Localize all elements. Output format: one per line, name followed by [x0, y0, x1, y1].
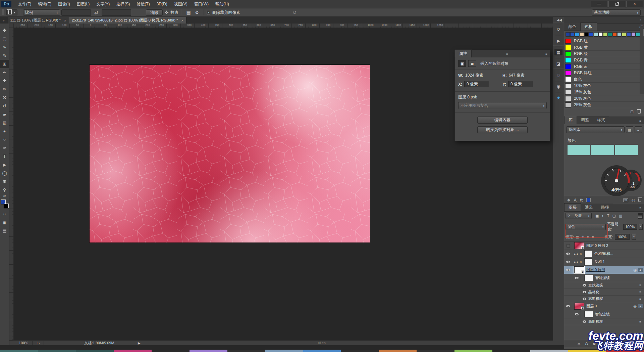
layer-filter-type-select[interactable]: ⚲ 类型 ▲▼ — [566, 213, 592, 219]
smart-filter-name[interactable]: 晶格化 — [588, 290, 599, 295]
crop-ratio-select[interactable]: 比例 ▲▼ — [23, 9, 60, 16]
swatch[interactable] — [584, 32, 589, 37]
smart-filter-icon[interactable]: ◎ — [633, 268, 637, 272]
document-tab[interactable]: 111 @ 193% (图层 1, RGB/8) *× — [8, 17, 69, 24]
menu-item[interactable]: 文件(F) — [15, 0, 35, 8]
layer-row[interactable]: ▣图层 0◎▲ — [564, 302, 644, 310]
filter-options-icon[interactable]: ≡ — [639, 320, 644, 323]
crop-tool[interactable]: ⊞ — [0, 60, 9, 68]
smart-filter-icon[interactable]: ◎ — [633, 304, 637, 308]
layer-thumbnail[interactable]: ▣ — [574, 266, 584, 273]
info-panel-icon-item[interactable]: ◪ — [553, 57, 564, 68]
menu-item[interactable]: 帮助(H) — [212, 0, 232, 8]
history-panel-icon[interactable]: ↺ — [554, 26, 562, 33]
horizontal-ruler[interactable]: 2502001501005005010015020025030035040045… — [14, 24, 553, 28]
smart-filter-mask-thumbnail[interactable] — [584, 311, 593, 317]
clear-button[interactable]: 清除 — [146, 9, 163, 16]
list-view-button[interactable]: ≡ — [635, 126, 642, 133]
crop-overlay-grid-icon[interactable]: ▦ — [184, 10, 193, 15]
tab-properties[interactable]: 属性 — [455, 49, 472, 57]
visibility-toggle[interactable] — [573, 274, 581, 282]
favorites-panel-icon-item[interactable]: ★ — [553, 91, 564, 102]
3d-panel-icon-item[interactable]: ◇ — [553, 68, 564, 80]
delete-cropped-pixels-checkbox[interactable]: ✓ — [207, 11, 210, 14]
layer-row[interactable]: ▣图层 0 拷贝 2 — [564, 242, 644, 250]
eraser-tool[interactable]: ▰ — [0, 110, 9, 119]
adjustment-mask-thumbnail[interactable] — [584, 250, 592, 257]
panel-menu-icon[interactable]: ≡ — [545, 52, 550, 57]
layer-filter-icon[interactable]: ▣ — [595, 214, 599, 218]
swatch-list-item[interactable]: RGB 绿 — [564, 51, 644, 57]
smart-filter-mask-thumbnail[interactable] — [584, 275, 593, 281]
swatch[interactable] — [617, 32, 622, 37]
layer-comp-select[interactable]: 不应用图层复合 ▲▼ — [458, 102, 547, 109]
zoom-tool[interactable]: ⚲ — [0, 186, 9, 194]
swap-dimensions-icon[interactable]: ⇄ — [92, 10, 100, 15]
swatch-scrollbar[interactable]: ▲ — [640, 24, 644, 94]
layer-name[interactable]: 智能滤镜 — [595, 275, 610, 280]
group-collapse-icon[interactable]: » — [640, 18, 641, 21]
tab-调整[interactable]: 调整 — [577, 116, 593, 124]
swatch[interactable] — [575, 32, 579, 37]
swatch[interactable] — [608, 32, 612, 37]
quick-selection-tool[interactable]: ✎ — [0, 51, 9, 60]
history-brush-tool[interactable]: ↺ — [0, 102, 9, 110]
dodge-tool[interactable]: ○ — [0, 135, 9, 144]
tab-通道[interactable]: 通道 — [581, 204, 597, 211]
background-color-well[interactable] — [4, 204, 9, 208]
visibility-toggle[interactable] — [580, 318, 588, 325]
options-grip[interactable] — [2, 9, 4, 15]
visibility-toggle[interactable] — [564, 302, 572, 310]
marquee-tool[interactable]: ▢ — [0, 35, 9, 43]
tab-库[interactable]: 库 — [564, 116, 577, 124]
visibility-toggle[interactable] — [573, 310, 581, 318]
menu-item[interactable]: 文字(Y) — [93, 0, 113, 8]
move-tool[interactable]: ✥ — [0, 26, 9, 35]
properties-panel-icon[interactable]: ▦ — [554, 49, 562, 55]
extras-icon[interactable]: ▤ — [0, 226, 9, 235]
workspace-select[interactable]: 基本功能 ▲▼ — [592, 9, 641, 16]
current-tool-button[interactable]: ▼ — [6, 9, 17, 15]
layer-name[interactable]: 图层 0 拷贝 — [586, 267, 605, 272]
library-swatch[interactable] — [591, 145, 614, 155]
tab-颜色[interactable]: 颜色 — [564, 23, 580, 31]
ruler-corner[interactable] — [9, 24, 14, 28]
panel-collapse-icon[interactable]: » — [506, 52, 511, 57]
delete-cropped-pixels-label[interactable]: 删除裁剪的像素 — [212, 10, 240, 15]
swatch-list-item[interactable]: 白色 — [564, 76, 644, 83]
layer-filter-icon[interactable]: ▢ — [612, 214, 616, 218]
screen-mode-icon[interactable]: ▣ — [0, 218, 9, 226]
quick-export-icon[interactable]: ↦ — [33, 341, 44, 345]
menu-item[interactable]: 滤镜(T) — [133, 0, 153, 8]
menu-item[interactable]: 3D(D) — [153, 0, 171, 8]
document-tab-active[interactable]: 2531170_140729406616_2.jpg @ 100% (图层 0 … — [69, 17, 186, 24]
visibility-toggle[interactable] — [564, 242, 572, 250]
expand-filters-icon[interactable]: ▲ — [638, 304, 643, 308]
layer-filter-icon[interactable]: ▥ — [619, 214, 622, 218]
expand-filters-icon[interactable]: ▲ — [638, 268, 643, 272]
crop-width-input[interactable] — [61, 9, 91, 16]
favorites-panel-icon[interactable]: ★ — [554, 94, 562, 101]
panel-menu-icon[interactable]: ≡ — [639, 206, 644, 211]
clone-stamp-tool[interactable]: ⚒ — [0, 93, 9, 102]
crop-settings-gear-icon[interactable]: ⚙ — [193, 10, 201, 15]
menu-item[interactable]: 选择(S) — [113, 0, 133, 8]
layer-row[interactable]: ↴◐8反相 1 — [564, 258, 644, 266]
smart-object-icon[interactable]: ▣ — [458, 60, 466, 67]
minimize-button[interactable] — [591, 1, 607, 7]
layer-row[interactable]: ▣图层 0 拷贝◎▲ — [564, 266, 644, 274]
straighten-icon[interactable]: ✛ — [163, 10, 171, 15]
adjustment-mask-thumbnail[interactable] — [584, 258, 592, 265]
swap-colors-icon[interactable]: ⇄ — [3, 194, 6, 198]
tab-样式[interactable]: 样式 — [593, 116, 609, 124]
status-zoom-field[interactable]: 100% — [9, 341, 33, 345]
layer-row[interactable]: 高斯模糊≡ — [564, 318, 644, 325]
layer-name[interactable]: 图层 0 拷贝 2 — [586, 243, 608, 248]
filter-toggle-slider[interactable] — [638, 213, 643, 219]
layer-row[interactable]: 查找边缘≡ — [564, 282, 644, 289]
layer-style-icon[interactable]: fx — [585, 342, 588, 346]
grid-view-button[interactable]: ▦ — [626, 126, 633, 133]
clone-source-panel-icon-item[interactable]: ◉ — [553, 80, 564, 91]
add-layer-style-icon[interactable]: fx — [580, 198, 583, 203]
swatch-list-item[interactable]: 10% 灰色 — [564, 83, 644, 89]
